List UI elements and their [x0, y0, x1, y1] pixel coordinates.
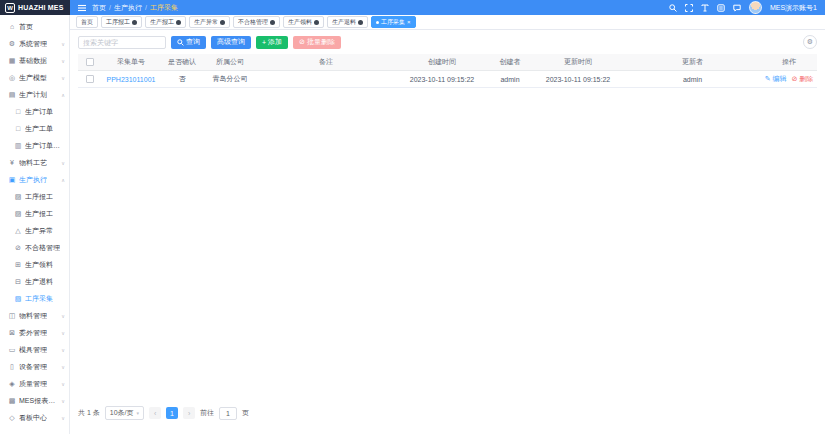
tab-nonconforming-mgmt[interactable]: 不合格管理: [233, 16, 280, 28]
docs-icon[interactable]: [717, 4, 725, 12]
sidebar-item-outsourcing-mgmt[interactable]: ⊠ 委外管理 ∨: [0, 324, 69, 341]
batch-delete-button[interactable]: ⊘ 批量删除: [293, 36, 341, 49]
close-icon[interactable]: [358, 20, 363, 25]
order-no-link[interactable]: PPH231011001: [107, 76, 156, 83]
prev-page-button[interactable]: ‹: [149, 407, 161, 419]
content-card: 查询 高级查询 + 添加 ⊘ 批量删除 ⚙: [70, 30, 825, 434]
tab-home[interactable]: 首页: [76, 16, 98, 28]
sidebar-item-production-plan[interactable]: ▤ 生产计划 ∧: [0, 86, 69, 103]
layout-size-icon[interactable]: [701, 4, 709, 12]
hamburger-icon[interactable]: [78, 4, 86, 12]
sidebar-item-process-report[interactable]: ▨ 工序报工: [0, 188, 69, 205]
sidebar-item-label: 基础数据: [19, 56, 47, 66]
chevron-up-icon: ∧: [61, 92, 65, 98]
next-page-button[interactable]: ›: [183, 407, 195, 419]
sidebar-item-production-order[interactable]: □ 生产订单: [0, 103, 69, 120]
sidebar-item-production-abnormal[interactable]: △ 生产异常: [0, 222, 69, 239]
close-icon[interactable]: [132, 20, 137, 25]
content-spacer: [78, 88, 817, 406]
sidebar-item-label: 不合格管理: [25, 243, 60, 253]
dashboard-icon: ◇: [8, 414, 16, 422]
plus-icon: +: [262, 39, 266, 46]
yen-icon: ¥: [8, 159, 16, 166]
breadcrumb-section[interactable]: 生产执行: [114, 3, 142, 13]
report-icon: ▩: [8, 397, 16, 405]
tab-production-report[interactable]: 生产报工: [145, 16, 186, 28]
close-icon[interactable]: [270, 20, 275, 25]
query-button[interactable]: 查询: [171, 36, 206, 49]
chart-icon: ▨: [14, 193, 22, 201]
sidebar-item-production-execute[interactable]: ▣ 生产执行 ∧: [0, 171, 69, 188]
equipment-icon: ▯: [8, 363, 16, 371]
quality-icon: ◈: [8, 380, 16, 388]
username[interactable]: MES演示账号1: [770, 3, 817, 13]
sidebar-item-quality-mgmt[interactable]: ◈ 质量管理 ∨: [0, 375, 69, 392]
doc-icon: □: [14, 108, 22, 115]
row-checkbox[interactable]: [86, 75, 94, 83]
goto-page-input[interactable]: [219, 407, 237, 420]
sidebar-item-material-return[interactable]: ⊟ 生产退料: [0, 273, 69, 290]
breadcrumb-separator: /: [109, 4, 111, 11]
column-settings-button[interactable]: ⚙: [803, 35, 817, 49]
close-icon[interactable]: ×: [407, 19, 411, 25]
current-page-button[interactable]: 1: [166, 407, 178, 419]
tab-material-requisition[interactable]: 生产领料: [283, 16, 324, 28]
mold-icon: ▭: [8, 346, 16, 354]
sidebar-item-label: 生产工单: [25, 124, 53, 134]
tab-material-return[interactable]: 生产退料: [327, 16, 368, 28]
page-size-label: 10条/页: [110, 408, 134, 418]
sidebar-item-material-process[interactable]: ¥ 物料工艺 ∨: [0, 154, 69, 171]
chevron-down-icon: ∨: [61, 415, 65, 421]
logo-icon: W: [5, 3, 15, 13]
column-order-no: 采集单号: [102, 54, 160, 71]
message-icon[interactable]: [733, 4, 741, 12]
goto-suffix: 页: [242, 408, 249, 418]
page-size-select[interactable]: 10条/页 ▾: [105, 406, 144, 420]
sidebar-item-equipment-mgmt[interactable]: ▯ 设备管理 ∨: [0, 358, 69, 375]
breadcrumb-home[interactable]: 首页: [92, 3, 106, 13]
advanced-query-button[interactable]: 高级查询: [211, 36, 251, 49]
material-icon: ◫: [8, 312, 16, 320]
app-root: W HUAZHI MES 首页 / 生产执行 / 工序采集: [0, 0, 825, 434]
search-input[interactable]: [78, 36, 166, 49]
tab-label: 首页: [81, 18, 93, 27]
close-icon[interactable]: [176, 20, 181, 25]
tab-process-report[interactable]: 工序报工: [101, 16, 142, 28]
sidebar-item-process-collection[interactable]: ▧ 工序采集: [0, 290, 69, 307]
search-icon[interactable]: [669, 4, 677, 12]
tab-process-collection[interactable]: 工序采集 ×: [371, 16, 416, 28]
sidebar-item-home[interactable]: ⌂ 首页: [0, 18, 69, 35]
close-icon[interactable]: [314, 20, 319, 25]
sidebar-item-basic-data[interactable]: ▦ 基础数据 ∨: [0, 52, 69, 69]
sidebar-item-system-mgmt[interactable]: ⚙ 系统管理 ∨: [0, 35, 69, 52]
total-count: 共 1 条: [78, 408, 100, 418]
doc-icon: □: [14, 125, 22, 132]
sidebar-item-board-center[interactable]: ◇ 看板中心 ∨: [0, 409, 69, 426]
add-button[interactable]: + 添加: [256, 36, 288, 49]
avatar[interactable]: [749, 1, 762, 14]
column-confirmed: 是否确认: [160, 54, 204, 71]
sidebar-item-production-model[interactable]: ◎ 生产模型 ∨: [0, 69, 69, 86]
sidebar-item-order-board[interactable]: ▥ 生产订单看板: [0, 137, 69, 154]
sidebar-item-label: 生产异常: [25, 226, 53, 236]
sidebar-item-production-workorder[interactable]: □ 生产工单: [0, 120, 69, 137]
edit-button[interactable]: ✎ 编辑: [765, 75, 787, 82]
sidebar-item-label: 生产领料: [25, 260, 53, 270]
batch-delete-label: 批量删除: [307, 37, 335, 47]
sidebar-item-report-center[interactable]: ▩ MES报表中心 ∨: [0, 392, 69, 409]
inspect-icon: ⊘: [14, 244, 22, 252]
trash-icon: ⊘: [792, 75, 798, 82]
delete-button[interactable]: ⊘ 删除: [792, 75, 814, 82]
sidebar-item-material-mgmt[interactable]: ◫ 物料管理 ∨: [0, 307, 69, 324]
select-all-checkbox[interactable]: [86, 58, 94, 66]
sidebar-item-label: 设备管理: [19, 362, 47, 372]
tab-production-abnormal[interactable]: 生产异常: [189, 16, 230, 28]
sidebar-item-production-report[interactable]: ▨ 生产报工: [0, 205, 69, 222]
sidebar-item-mold-mgmt[interactable]: ▭ 模具管理 ∨: [0, 341, 69, 358]
logo-text: HUAZHI MES: [18, 4, 64, 11]
sidebar-item-material-requisition[interactable]: ⊞ 生产领料: [0, 256, 69, 273]
advanced-query-label: 高级查询: [217, 37, 245, 47]
sidebar-item-nonconforming-mgmt[interactable]: ⊘ 不合格管理: [0, 239, 69, 256]
fullscreen-icon[interactable]: [685, 4, 693, 12]
close-icon[interactable]: [220, 20, 225, 25]
